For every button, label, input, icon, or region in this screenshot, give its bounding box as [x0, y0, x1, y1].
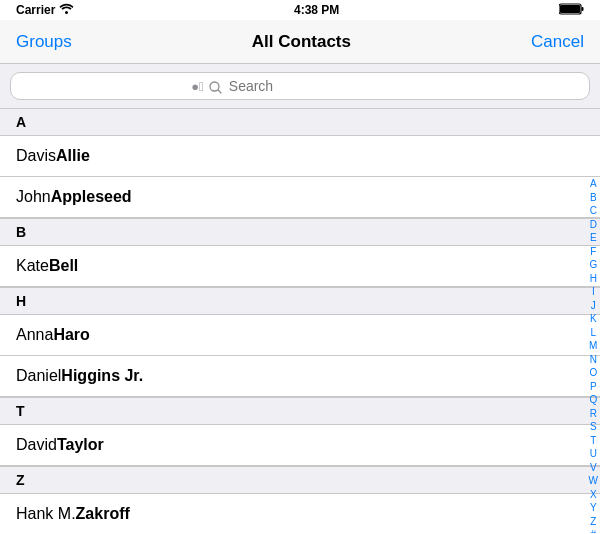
list-item[interactable]: Daniel Higgins Jr. [0, 356, 600, 397]
alpha-index-Q[interactable]: Q [589, 393, 597, 407]
list-item[interactable]: Hank M. Zakroff [0, 494, 600, 533]
svg-rect-2 [582, 7, 584, 11]
section-header-t: T [0, 397, 600, 425]
contact-first: John [16, 188, 51, 206]
alpha-index[interactable]: ABCDEFGHIJKLMNOPQRSTUVWXYZ# [589, 173, 598, 533]
contact-last: Allie [56, 147, 90, 165]
alpha-index-G[interactable]: G [589, 258, 597, 272]
alpha-index-V[interactable]: V [590, 461, 597, 475]
alpha-index-I[interactable]: I [592, 285, 595, 299]
alpha-index-A[interactable]: A [590, 177, 597, 191]
alpha-index-O[interactable]: O [589, 366, 597, 380]
list-item[interactable]: David Taylor [0, 425, 600, 466]
contact-last: Taylor [57, 436, 104, 454]
section-header-h: H [0, 287, 600, 315]
contacts-area: A Davis Allie John Appleseed B Kate Bell… [0, 108, 600, 533]
svg-point-0 [65, 11, 68, 14]
alpha-index-B[interactable]: B [590, 191, 597, 205]
contact-first: Kate [16, 257, 49, 275]
list-item[interactable]: Davis Allie [0, 136, 600, 177]
contact-last: Higgins Jr. [61, 367, 143, 385]
alpha-index-T[interactable]: T [590, 434, 596, 448]
contact-first: David [16, 436, 57, 454]
contacts-list: A Davis Allie John Appleseed B Kate Bell… [0, 108, 600, 533]
alpha-index-D[interactable]: D [590, 218, 597, 232]
svg-line-5 [218, 90, 221, 93]
alpha-index-S[interactable]: S [590, 420, 597, 434]
alpha-index-N[interactable]: N [590, 353, 597, 367]
alpha-index-P[interactable]: P [590, 380, 597, 394]
alpha-index-M[interactable]: M [589, 339, 597, 353]
contact-first: Hank M. [16, 505, 76, 523]
alpha-index-L[interactable]: L [590, 326, 596, 340]
alpha-index-X[interactable]: X [590, 488, 597, 502]
nav-bar: Groups All Contacts Cancel [0, 20, 600, 64]
section-header-a: A [0, 108, 600, 136]
time-label: 4:38 PM [294, 3, 339, 17]
status-bar: Carrier 4:38 PM [0, 0, 600, 20]
search-container: ●⃝ [0, 64, 600, 108]
battery-icon [559, 3, 584, 18]
alpha-index-U[interactable]: U [590, 447, 597, 461]
alpha-index-E[interactable]: E [590, 231, 597, 245]
groups-button[interactable]: Groups [16, 32, 72, 52]
nav-title: All Contacts [252, 32, 351, 52]
svg-rect-3 [560, 5, 580, 13]
contact-last: Appleseed [51, 188, 132, 206]
list-item[interactable]: John Appleseed [0, 177, 600, 218]
search-input[interactable] [229, 78, 409, 94]
alpha-index-R[interactable]: R [590, 407, 597, 421]
contact-last: Haro [53, 326, 89, 344]
alpha-index-Z[interactable]: Z [590, 515, 596, 529]
contact-last: Bell [49, 257, 78, 275]
search-icon [209, 78, 224, 93]
alpha-index-H[interactable]: H [590, 272, 597, 286]
contact-first: Davis [16, 147, 56, 165]
carrier-label: Carrier [16, 3, 55, 17]
section-header-b: B [0, 218, 600, 246]
cancel-button[interactable]: Cancel [531, 32, 584, 52]
alpha-index-F[interactable]: F [590, 245, 596, 259]
list-item[interactable]: Kate Bell [0, 246, 600, 287]
alpha-index-#[interactable]: # [590, 528, 596, 533]
list-item[interactable]: Anna Haro [0, 315, 600, 356]
contact-first: Anna [16, 326, 53, 344]
alpha-index-W[interactable]: W [589, 474, 598, 488]
alpha-index-C[interactable]: C [590, 204, 597, 218]
alpha-index-K[interactable]: K [590, 312, 597, 326]
contact-first: Daniel [16, 367, 61, 385]
carrier-info: Carrier [16, 3, 74, 17]
contact-last: Zakroff [76, 505, 130, 523]
search-bar[interactable]: ●⃝ [10, 72, 590, 100]
search-icon: ●⃝ [191, 79, 204, 94]
wifi-icon [59, 3, 74, 17]
alpha-index-J[interactable]: J [591, 299, 596, 313]
section-header-z: Z [0, 466, 600, 494]
alpha-index-Y[interactable]: Y [590, 501, 597, 515]
